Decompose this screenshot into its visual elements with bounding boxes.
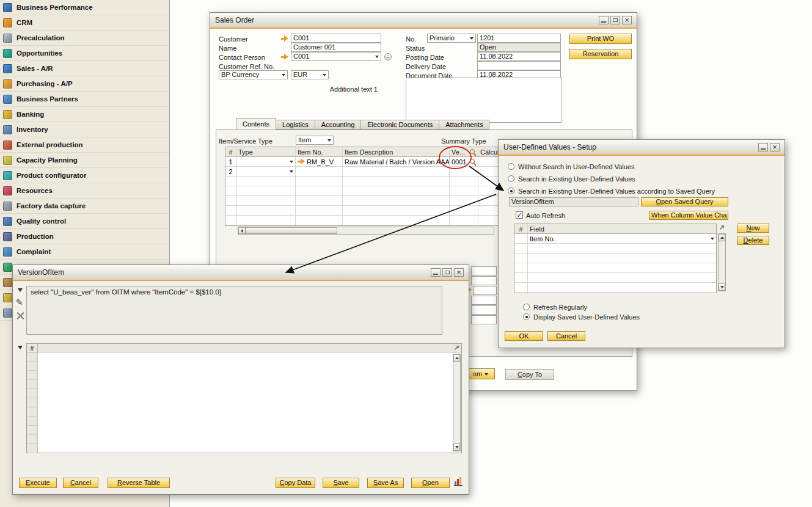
scroll-down-icon[interactable] [719,283,725,291]
sidebar-item-capacity-planning[interactable]: Capacity Planning [0,153,169,168]
tab-electronic-documents[interactable]: Electronic Documents [361,120,439,129]
radio-display-saved[interactable] [523,313,530,320]
scroll-up-icon[interactable] [453,354,460,362]
chart-view-icon[interactable] [454,478,463,486]
link-arrow-icon[interactable] [298,159,305,164]
link-arrow-icon[interactable] [281,36,288,42]
bp-currency-select[interactable]: BP Currency [219,70,288,79]
sidebar-item-precalculation[interactable]: Precalculation [0,31,169,46]
series-select[interactable]: Primario [427,34,476,43]
customer-field[interactable]: C001 [291,34,381,43]
copy-to-button[interactable]: Copy To [505,369,554,380]
scroll-left-icon[interactable] [238,227,246,234]
partial-field[interactable] [471,315,497,324]
sidebar-item-opportunities[interactable]: Opportunities [0,46,169,61]
name-field[interactable]: Customer 001 [291,43,381,52]
sidebar-item-business-partners[interactable]: Business Partners [0,92,169,107]
item-description-cell[interactable] [343,167,450,176]
close-icon[interactable] [454,268,464,277]
doc-number-field[interactable]: 1201 [477,34,561,43]
version-cell[interactable] [450,167,478,176]
save-button[interactable]: Save [323,478,359,488]
scrollbar-thumb[interactable] [246,227,337,234]
minimize-icon[interactable] [758,143,768,151]
delete-button[interactable]: Delete [737,236,769,245]
tab-logistics[interactable]: Logistics [276,120,315,129]
items-grid-hscrollbar[interactable] [238,227,494,235]
sidebar-item-product-configurator[interactable]: Product configurator [0,168,169,183]
auto-refresh-checkbox[interactable] [516,211,523,219]
open-saved-query-button[interactable]: Open Saved Query [641,197,728,206]
type-cell[interactable] [236,167,296,176]
copy-from-button[interactable]: om [466,368,495,379]
sidebar-item-quality-control[interactable]: Quality control [0,214,169,229]
refresh-trigger-select[interactable]: When Column Value Cha [649,211,728,220]
radio-search-existing[interactable] [508,175,514,182]
expand-grid-icon[interactable]: ↗ [719,224,725,232]
contact-list-icon[interactable] [384,53,392,60]
radio-without-search[interactable] [508,163,514,170]
partial-field[interactable] [471,305,497,315]
tab-attachments[interactable]: Attachments [439,120,489,129]
saved-query-name-field[interactable]: VersionOfItem [509,197,638,206]
sidebar-item-crm[interactable]: CRM [0,15,169,31]
partial-field[interactable] [471,276,497,285]
scroll-down-icon[interactable] [453,443,460,451]
sidebar-item-purchasing-ap[interactable]: Purchasing - A/P [0,76,169,92]
collapse-results-icon[interactable] [18,346,23,349]
sales-order-titlebar[interactable]: Sales Order [210,13,637,29]
sidebar-item-external-production[interactable]: External production [0,137,169,153]
item-description-cell[interactable]: Raw Material / Batch / Version AAA [343,157,450,166]
currency-select[interactable]: EUR [291,70,329,79]
open-button[interactable]: Open [411,478,450,488]
clear-query-icon[interactable] [16,312,24,319]
partial-field[interactable] [473,286,497,295]
partial-field[interactable] [471,296,497,305]
maximize-icon[interactable] [610,16,620,24]
ok-button[interactable]: OK [505,331,543,341]
minimize-icon[interactable] [431,268,441,277]
print-wo-button[interactable]: Print WO [569,34,632,44]
minimize-icon[interactable] [599,16,609,24]
field-table-vscrollbar[interactable] [718,233,726,291]
collapse-query-icon[interactable] [18,288,23,292]
query-window-titlebar[interactable]: VersionOfItem [13,265,469,281]
sidebar-item-business-performance[interactable]: Business Performance [0,0,169,15]
expand-grid-icon[interactable]: ↗ [453,345,459,352]
link-arrow-icon[interactable] [281,54,288,60]
choose-from-list-icon[interactable] [470,159,476,165]
item-no-cell[interactable] [296,167,343,176]
results-vscrollbar[interactable] [453,354,461,451]
radio-refresh-regularly[interactable] [523,304,530,310]
execute-button[interactable]: Execute [19,478,57,488]
field-cell[interactable]: Item No. [528,234,716,243]
close-icon[interactable] [622,16,632,24]
new-button[interactable]: New [737,224,769,233]
scroll-up-icon[interactable] [719,234,725,241]
sidebar-item-factory-data-capture[interactable]: Factory data capture [0,199,169,214]
tab-accounting[interactable]: Accounting [315,120,361,129]
contact-person-select[interactable]: C001 [291,52,381,61]
query-text-area[interactable]: select "U_beas_ver" from OITM where "Ite… [26,286,442,335]
item-service-type-select[interactable]: Item [296,136,334,145]
reservation-button[interactable]: Reservation [569,49,632,59]
radio-search-saved-query[interactable] [508,188,514,194]
sidebar-item-production[interactable]: Production [0,229,169,244]
cancel-button[interactable]: Cancel [547,331,585,341]
version-cell[interactable]: 0001 [450,157,478,166]
maximize-icon[interactable] [442,268,452,277]
sidebar-item-banking[interactable]: Banking [0,107,169,122]
sidebar-item-inventory[interactable]: Inventory [0,122,169,137]
save-as-button[interactable]: Save As [367,478,404,488]
delivery-date-field[interactable] [477,61,561,70]
partial-field[interactable] [471,266,497,275]
copy-data-button[interactable]: Copy Data [276,478,315,488]
sidebar-item-sales-ar[interactable]: Sales - A/R [0,61,169,76]
sidebar-item-complaint[interactable]: Complaint [0,244,169,260]
posting-date-field[interactable]: 11.08.2022 [477,52,561,61]
close-icon[interactable] [770,143,780,151]
item-no-cell[interactable]: RM_B_V [296,157,343,166]
udv-dialog-titlebar[interactable]: User-Defined Values - Setup [499,140,785,156]
cancel-button[interactable]: Cancel [63,478,98,488]
sidebar-item-resources[interactable]: Resources [0,183,169,199]
